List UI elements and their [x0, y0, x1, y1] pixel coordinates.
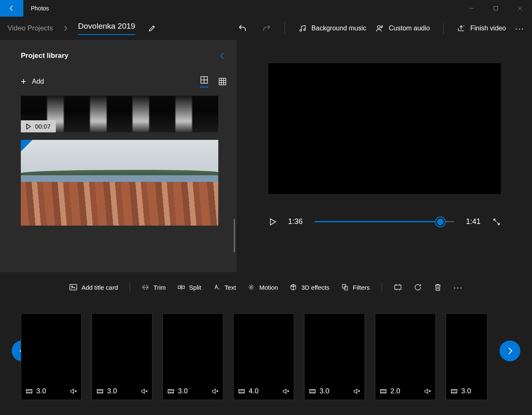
clip-duration: 00:07 [35, 123, 51, 130]
edit-name-button[interactable] [148, 24, 156, 32]
custom-audio-button[interactable]: Custom audio [375, 24, 430, 32]
play-button[interactable] [268, 218, 277, 226]
timeline-toolbar: Add title card Trim Split Text Motion 3D… [0, 276, 532, 299]
clip-duration: 3.0 [36, 387, 46, 395]
clip-duration: 3.0 [461, 387, 471, 395]
svg-point-5 [381, 27, 382, 28]
svg-point-19 [250, 286, 252, 288]
svg-point-3 [304, 29, 305, 30]
storyboard-clip[interactable]: 3.0 [304, 313, 365, 400]
aspect-ratio-button[interactable] [394, 283, 402, 291]
library-item[interactable]: 00:07 [21, 96, 218, 132]
mute-icon[interactable] [353, 388, 360, 395]
svg-rect-1 [494, 7, 498, 10]
svg-rect-23 [26, 390, 32, 393]
fullscreen-button[interactable] [492, 218, 501, 226]
storyboard-clip[interactable]: 3.0 [92, 313, 152, 400]
redo-button[interactable] [262, 24, 271, 33]
app-title: Photos [31, 5, 49, 12]
title-card-label: Add title card [82, 284, 118, 291]
clip-duration: 3.0 [107, 387, 117, 395]
rotate-button[interactable] [414, 283, 422, 291]
separator [130, 282, 130, 292]
svg-rect-29 [168, 390, 174, 393]
separator [443, 22, 444, 34]
background-music-label: Background music [312, 25, 367, 32]
duration-badge: 00:07 [21, 120, 56, 132]
storyboard-next-button[interactable] [500, 340, 520, 361]
library-item[interactable] [21, 140, 218, 226]
library-title: Project library [21, 52, 68, 60]
3d-effects-label: 3D effects [301, 284, 329, 291]
svg-point-15 [71, 286, 72, 287]
scrub-bar[interactable] [315, 218, 455, 226]
mute-icon[interactable] [424, 388, 431, 395]
split-label: Split [189, 284, 201, 291]
filters-button[interactable]: Filters [341, 283, 370, 291]
breadcrumb-root[interactable]: Video Projects [7, 24, 53, 32]
delete-button[interactable] [434, 283, 442, 291]
add-title-card-button[interactable]: Add title card [69, 283, 118, 291]
clip-duration: 2.0 [390, 387, 400, 395]
svg-point-2 [300, 30, 301, 31]
separator [382, 282, 382, 292]
minimize-button[interactable] [460, 0, 484, 17]
storyboard-clip[interactable]: 4.0 [233, 313, 294, 400]
maximize-button[interactable] [484, 0, 508, 17]
total-time: 1:41 [466, 217, 480, 226]
project-name[interactable]: Dovolenka 2019 [78, 22, 135, 35]
video-preview[interactable] [268, 63, 501, 194]
text-label: Text [225, 284, 236, 291]
back-button[interactable] [0, 0, 23, 17]
mute-icon[interactable] [140, 388, 148, 395]
svg-rect-38 [380, 390, 386, 393]
separator [285, 22, 285, 34]
current-time: 1:36 [288, 217, 303, 226]
timeline-more-button[interactable]: ··· [454, 283, 463, 292]
mute-icon[interactable] [211, 388, 219, 395]
more-button[interactable]: ··· [515, 24, 525, 33]
trim-label: Trim [153, 284, 165, 291]
grid-view-small-button[interactable] [218, 77, 227, 86]
clip-duration: 3.0 [178, 387, 188, 395]
3d-effects-button[interactable]: 3D effects [290, 283, 329, 291]
titlebar: Photos [0, 0, 532, 17]
window-controls [460, 0, 532, 17]
clip-duration: 3.0 [320, 387, 330, 395]
svg-point-4 [377, 25, 380, 28]
split-button[interactable]: Split [177, 283, 201, 291]
svg-rect-9 [219, 78, 226, 85]
mute-icon[interactable] [282, 388, 290, 395]
storyboard-clip[interactable]: 2.0 [375, 313, 436, 400]
add-label: Add [32, 78, 44, 85]
motion-button[interactable]: Motion [247, 283, 278, 291]
background-music-button[interactable]: Background music [298, 24, 367, 32]
undo-button[interactable] [238, 24, 247, 33]
collapse-library-button[interactable] [218, 52, 227, 60]
clip-duration: 4.0 [249, 387, 259, 395]
project-library-panel: Project library + Add [0, 40, 237, 272]
chevron-right-icon [62, 25, 69, 32]
storyboard: 3.0 3.0 3.0 4.0 3.0 2.0 3. [0, 299, 532, 407]
text-button[interactable]: Text [213, 283, 236, 291]
scrub-thumb[interactable] [436, 217, 445, 226]
custom-audio-label: Custom audio [389, 25, 430, 32]
mute-icon[interactable] [70, 388, 77, 395]
add-media-button[interactable]: + Add [21, 76, 44, 87]
storyboard-clip[interactable]: 3.0 [21, 313, 82, 400]
close-button[interactable] [508, 0, 532, 17]
preview-panel: 1:36 1:41 [237, 40, 532, 272]
finish-video-button[interactable]: Finish video [457, 24, 506, 32]
plus-icon: + [21, 76, 26, 87]
storyboard-clip[interactable]: 3.0 [446, 313, 487, 400]
grid-view-large-button[interactable] [200, 76, 208, 87]
svg-rect-16 [178, 286, 180, 288]
motion-label: Motion [259, 284, 278, 291]
toolbar: Video Projects Dovolenka 2019 Background… [0, 17, 532, 40]
storyboard-clip[interactable]: 3.0 [162, 313, 223, 400]
svg-rect-35 [310, 390, 315, 393]
scrollbar[interactable] [234, 219, 235, 252]
svg-rect-22 [395, 285, 401, 289]
trim-button[interactable]: Trim [142, 283, 165, 291]
svg-rect-26 [97, 390, 103, 393]
